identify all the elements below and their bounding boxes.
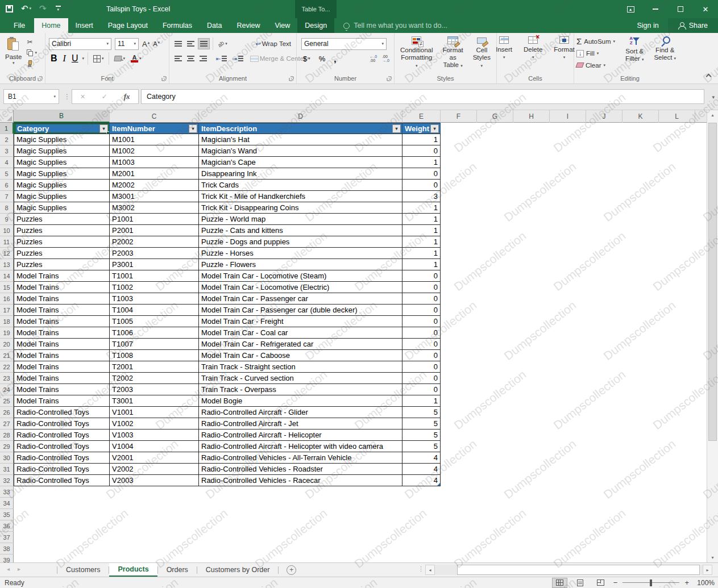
cell[interactable]: Model Trains bbox=[14, 361, 110, 373]
underline-dropdown-icon[interactable]: ▾ bbox=[82, 56, 84, 61]
sheet-tab-customers-by-order[interactable]: Customers by Order bbox=[197, 563, 279, 577]
scroll-right-icon[interactable]: ▸ bbox=[703, 565, 712, 575]
tab-design[interactable]: Design bbox=[297, 18, 334, 33]
save-button[interactable] bbox=[6, 5, 13, 12]
row-header-37[interactable]: 37 bbox=[0, 532, 14, 543]
orientation-button[interactable]: ab▾ bbox=[216, 38, 229, 49]
cell[interactable]: T1005 bbox=[110, 316, 199, 327]
cell[interactable]: Radio-Controlled Aircraft - Glider bbox=[199, 407, 402, 418]
cell[interactable]: T2001 bbox=[110, 361, 199, 373]
cell[interactable]: Trick Cards bbox=[199, 180, 402, 191]
cell[interactable]: T1003 bbox=[110, 293, 199, 305]
cell[interactable]: 5 bbox=[402, 418, 441, 429]
confirm-entry-button[interactable]: ✓ bbox=[102, 93, 107, 101]
decrease-decimal-button[interactable]: .00→.0 bbox=[382, 55, 389, 62]
horizontal-scrollbar[interactable]: ◂ ▸ bbox=[425, 565, 712, 575]
cell[interactable]: V1001 bbox=[110, 407, 199, 418]
cell[interactable]: P2001 bbox=[110, 225, 199, 236]
cell[interactable]: T1004 bbox=[110, 305, 199, 316]
redo-button[interactable]: ↷ bbox=[39, 3, 47, 14]
cell-styles-button[interactable]: Cell Styles ▾ bbox=[470, 35, 494, 70]
filter-button-itemnumber[interactable]: ▾ bbox=[189, 124, 197, 133]
font-color-button[interactable]: A▾ bbox=[129, 53, 143, 64]
cell[interactable]: Radio-Controlled Toys bbox=[14, 452, 110, 464]
cell[interactable]: 1 bbox=[402, 236, 441, 248]
row-header-36[interactable]: 36 bbox=[0, 520, 14, 532]
row-header-19[interactable]: 19 bbox=[0, 327, 14, 339]
cell[interactable]: Model Trains bbox=[14, 395, 110, 407]
cell[interactable]: Puzzle - Horses bbox=[199, 248, 402, 259]
page-break-view-button[interactable] bbox=[593, 578, 608, 588]
cell[interactable]: Radio-Controlled Aircraft - Jet bbox=[199, 418, 402, 429]
cell[interactable]: Disappearing Ink bbox=[199, 168, 402, 180]
row-header-9[interactable]: 9 bbox=[0, 214, 14, 225]
formula-input[interactable]: Category bbox=[141, 89, 704, 104]
cell[interactable]: Magic Supplies bbox=[14, 145, 110, 157]
delete-cells-button[interactable]: Delete ▾ bbox=[520, 35, 546, 70]
previous-sheet-icon[interactable]: ◂ bbox=[7, 566, 10, 572]
cell[interactable]: 1 bbox=[402, 157, 441, 168]
cut-button[interactable]: ✂ bbox=[27, 37, 37, 46]
tab-insert[interactable]: Insert bbox=[68, 18, 101, 33]
name-box-dropdown-icon[interactable]: ▾ bbox=[51, 94, 59, 99]
cell[interactable]: 0 bbox=[402, 339, 441, 350]
cell[interactable]: Magician's Hat bbox=[199, 134, 402, 145]
cell[interactable]: 0 bbox=[402, 168, 441, 180]
cell[interactable]: V1003 bbox=[110, 429, 199, 441]
column-header-L[interactable]: L bbox=[659, 110, 695, 123]
row-header-12[interactable]: 12 bbox=[0, 248, 14, 259]
row-header-29[interactable]: 29 bbox=[0, 441, 14, 452]
increase-font-size-button[interactable]: A▴ bbox=[142, 40, 150, 48]
cell[interactable]: V2003 bbox=[110, 475, 199, 486]
cell[interactable]: Trick Kit - Disappearing Coins bbox=[199, 202, 402, 214]
cell[interactable]: 0 bbox=[402, 361, 441, 373]
row-header-10[interactable]: 10 bbox=[0, 225, 14, 236]
maximize-button[interactable] bbox=[668, 0, 693, 18]
vertical-scrollbar[interactable]: ▴ ▾ bbox=[707, 110, 718, 562]
cell[interactable]: Model Trains bbox=[14, 282, 110, 293]
cell[interactable]: Model Train Car - Coal car bbox=[199, 327, 402, 339]
cell[interactable]: Magician's Cape bbox=[199, 157, 402, 168]
zoom-slider[interactable] bbox=[622, 582, 679, 583]
cell[interactable]: Puzzles bbox=[14, 248, 110, 259]
cell[interactable]: Model Trains bbox=[14, 339, 110, 350]
cell[interactable]: Model Trains bbox=[14, 316, 110, 327]
cell[interactable]: 0 bbox=[402, 180, 441, 191]
row-header-20[interactable]: 20 bbox=[0, 339, 14, 350]
cell[interactable]: Magic Supplies bbox=[14, 168, 110, 180]
fill-color-button[interactable]: ▾ bbox=[113, 53, 127, 64]
clipboard-dialog-launcher[interactable] bbox=[38, 76, 43, 82]
row-header-11[interactable]: 11 bbox=[0, 236, 14, 248]
align-left-button[interactable] bbox=[173, 53, 184, 64]
column-header-I[interactable]: I bbox=[550, 110, 586, 123]
zoom-slider-thumb[interactable] bbox=[650, 579, 652, 586]
cell[interactable]: Train Track - Curved section bbox=[199, 373, 402, 384]
align-right-button[interactable] bbox=[198, 53, 209, 64]
normal-view-button[interactable] bbox=[552, 578, 567, 588]
tab-file[interactable]: File bbox=[5, 18, 34, 33]
header-cell-weight[interactable]: Weight▾ bbox=[402, 123, 441, 134]
name-box[interactable]: B1 ▾ bbox=[3, 89, 59, 104]
close-button[interactable]: ✕ bbox=[693, 0, 718, 18]
format-as-table-button[interactable]: Format as Table ▾ bbox=[438, 35, 468, 70]
row-header-3[interactable]: 3 bbox=[0, 145, 14, 157]
row-header-38[interactable]: 38 bbox=[0, 543, 14, 554]
row-header-23[interactable]: 23 bbox=[0, 373, 14, 384]
font-name-combo[interactable]: Calibri▾ bbox=[49, 38, 111, 50]
column-header-F[interactable]: F bbox=[441, 110, 477, 123]
row-header-7[interactable]: 7 bbox=[0, 191, 14, 202]
page-layout-view-button[interactable] bbox=[572, 578, 588, 588]
row-header-16[interactable]: 16 bbox=[0, 293, 14, 305]
ribbon-display-options-button[interactable]: ▴ bbox=[618, 0, 643, 18]
italic-button[interactable]: I bbox=[61, 53, 68, 64]
middle-align-button[interactable] bbox=[185, 38, 196, 49]
cell[interactable]: 0 bbox=[402, 384, 441, 395]
row-header-26[interactable]: 26 bbox=[0, 407, 14, 418]
filter-button-weight[interactable]: ▾ bbox=[430, 124, 439, 133]
expand-formula-bar-icon[interactable]: ▾ bbox=[712, 94, 715, 100]
increase-indent-button[interactable]: ⇥ bbox=[230, 53, 244, 64]
cell[interactable]: T1001 bbox=[110, 270, 199, 282]
cell[interactable]: T1008 bbox=[110, 350, 199, 361]
cell[interactable]: Magic Supplies bbox=[14, 202, 110, 214]
cell[interactable]: P2003 bbox=[110, 248, 199, 259]
